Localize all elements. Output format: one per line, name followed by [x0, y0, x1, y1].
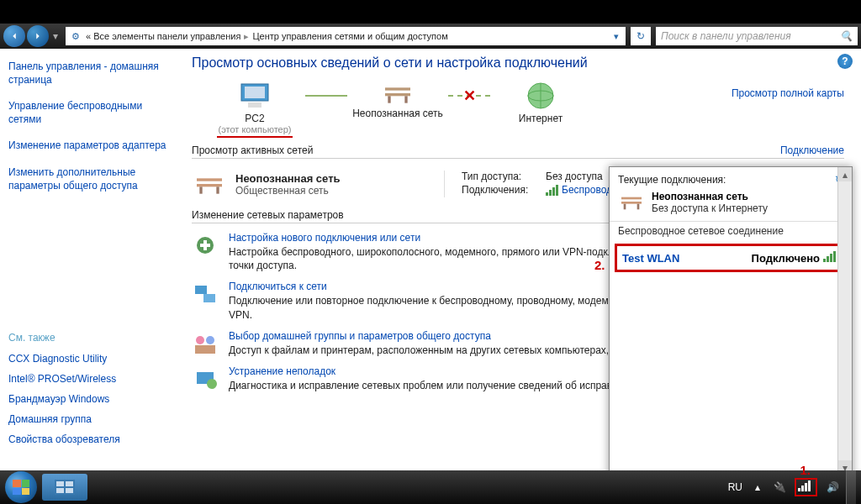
sidebar-home-link[interactable]: Панель управления - домашняя страница [7, 57, 168, 90]
sidebar-link-sharing[interactable]: Изменить дополнительные параметры общего… [7, 163, 168, 196]
svg-rect-5 [388, 96, 390, 102]
flyout-current-name: Неопознанная сеть [652, 191, 768, 202]
svg-rect-10 [197, 178, 222, 181]
svg-point-23 [207, 379, 217, 389]
bench-icon [192, 171, 227, 197]
see-also-heading: См. также [7, 328, 168, 347]
svg-rect-25 [621, 202, 642, 204]
wifi-bars-icon [823, 251, 836, 262]
setup-connection-icon [192, 232, 219, 259]
search-placeholder: Поиск в панели управления [661, 30, 791, 42]
also-link-ccx[interactable]: CCX Diagnostic Utility [7, 350, 168, 367]
access-value: Без доступа [546, 171, 603, 182]
svg-rect-21 [195, 345, 215, 354]
search-input[interactable]: Поиск в панели управления 🔍 [656, 27, 858, 45]
volume-icon[interactable]: 🔊 [826, 480, 839, 494]
globe-icon [520, 81, 561, 111]
flyout-net-status: Подключено [752, 252, 820, 265]
network-flyout: Текущие подключения: ↻ Неопознанная сеть… [609, 166, 853, 501]
nav-back-button[interactable] [3, 25, 25, 47]
svg-rect-17 [195, 286, 207, 294]
show-desktop-button[interactable] [846, 470, 856, 504]
connections-label: Подключения: [462, 184, 546, 196]
flyout-heading: Текущие подключения: [618, 174, 726, 186]
full-map-link[interactable]: Просмотр полной карты [732, 87, 844, 99]
homegroup-icon [192, 330, 219, 357]
flyout-scrollbar[interactable]: ▴ ▾ [837, 167, 852, 475]
svg-rect-12 [199, 186, 202, 193]
help-icon[interactable]: ? [837, 54, 853, 69]
svg-rect-1 [245, 87, 265, 98]
svg-rect-3 [385, 87, 410, 90]
troubleshoot-icon [192, 365, 219, 392]
flyout-current-connection: Неопознанная сеть Без доступа к Интернет… [610, 189, 852, 221]
active-net-name: Неопознанная сеть [235, 172, 341, 185]
refresh-button[interactable]: ↻ [631, 27, 651, 45]
flyout-current-sub: Без доступа к Интернету [652, 202, 768, 214]
sidebar: Панель управления - домашняя страница Уп… [0, 49, 175, 470]
power-icon[interactable]: 🔌 [773, 480, 786, 494]
map-node-pc[interactable]: PC2 (этот компьютер) [209, 81, 301, 138]
svg-rect-4 [385, 93, 410, 96]
svg-point-20 [206, 336, 214, 344]
svg-rect-24 [621, 197, 642, 200]
flyout-wireless-heading[interactable]: Беспроводное сетевое соединение▴ [610, 221, 852, 240]
annotation-1: 1. [800, 463, 811, 477]
wifi-bars-icon [546, 184, 558, 196]
map-node-unknown[interactable]: Неопознанная сеть [351, 81, 444, 119]
svg-rect-18 [203, 294, 215, 302]
nav-history-dropdown[interactable]: ▾ [50, 28, 61, 45]
svg-rect-27 [637, 204, 640, 210]
system-tray: RU ▴ 🔌 1. 🔊 [728, 478, 839, 496]
search-icon: 🔍 [840, 30, 853, 42]
computer-icon [235, 81, 275, 111]
tray-chevron-up-icon[interactable]: ▴ [751, 480, 764, 494]
explorer-toolbar: ▾ ⚙ « Все элементы панели управления ▸ Ц… [0, 24, 861, 49]
param-desc: Диагностика и исправление сетевых пробле… [229, 379, 643, 392]
also-link-proset[interactable]: Intel® PROSet/Wireless [7, 370, 168, 387]
network-tray-icon[interactable] [795, 478, 817, 496]
also-link-homegroup[interactable]: Домашняя группа [7, 411, 168, 428]
start-button[interactable] [5, 471, 37, 503]
svg-rect-31 [56, 488, 64, 493]
access-label: Тип доступа: [462, 171, 546, 182]
breadcrumb-root[interactable]: Все элементы панели управления [93, 31, 240, 41]
connect-link[interactable]: Подключение [780, 144, 844, 156]
svg-rect-11 [197, 184, 222, 186]
annotation-2: 2. [594, 258, 605, 272]
bench-icon [618, 191, 645, 213]
svg-rect-6 [404, 96, 407, 102]
disconnected-x-icon: ✕ [463, 87, 476, 105]
pc-sublabel: (этот компьютер) [218, 124, 291, 134]
language-indicator[interactable]: RU [728, 481, 742, 493]
svg-rect-32 [66, 488, 73, 493]
active-net-type[interactable]: Общественная сеть [235, 185, 341, 197]
connect-network-icon [192, 281, 219, 307]
active-networks-heading: Просмотр активных сетей Подключение [192, 144, 844, 159]
taskbar: RU ▴ 🔌 1. 🔊 [0, 470, 861, 504]
taskbar-app-control-panel[interactable] [42, 474, 87, 501]
sidebar-link-adapter[interactable]: Изменение параметров адаптера [7, 136, 168, 156]
svg-rect-16 [200, 244, 210, 247]
breadcrumb[interactable]: ⚙ « Все элементы панели управления ▸ Цен… [66, 27, 626, 45]
breadcrumb-dropdown[interactable]: ▾ [610, 31, 622, 42]
svg-rect-30 [66, 481, 73, 486]
svg-rect-2 [248, 102, 261, 108]
unknown-net-label: Неопознанная сеть [352, 108, 443, 119]
network-map: PC2 (этот компьютер) Неопознанная сеть ✕… [192, 81, 844, 138]
also-link-browser[interactable]: Свойства обозревателя [7, 431, 168, 448]
param-title[interactable]: Устранение неполадок [229, 365, 643, 377]
nav-forward-button[interactable] [27, 25, 49, 47]
pc-name: PC2 [245, 113, 264, 124]
breadcrumb-current[interactable]: Центр управления сетями и общим доступом [252, 31, 447, 41]
map-node-internet[interactable]: Интернет [494, 81, 587, 124]
flyout-net-name: Test WLAN [622, 252, 679, 265]
internet-label: Интернет [519, 113, 563, 124]
svg-point-19 [196, 336, 204, 344]
windows-logo-icon [13, 480, 29, 495]
sidebar-link-wireless[interactable]: Управление беспроводными сетями [7, 97, 168, 129]
scroll-up-icon[interactable]: ▴ [838, 167, 852, 181]
svg-rect-26 [624, 204, 626, 210]
also-link-firewall[interactable]: Брандмауэр Windows [7, 391, 168, 407]
flyout-network-item[interactable]: Test WLAN Подключено [615, 244, 847, 272]
